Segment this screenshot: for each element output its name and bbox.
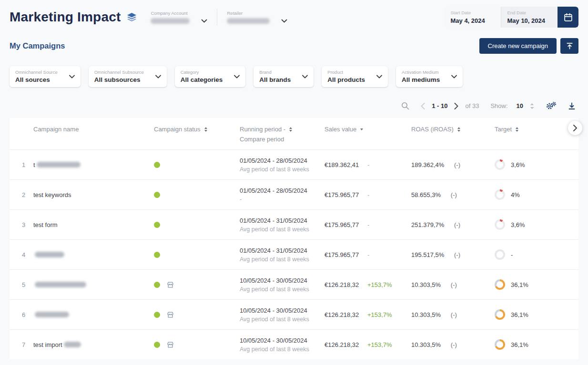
chevron-down-icon xyxy=(69,75,75,79)
row-number: 6 xyxy=(10,311,33,318)
campaign-name[interactable]: test keywords xyxy=(33,191,71,198)
table-row[interactable]: 3 test form 01/05/2024 - 31/05/2024 Avg … xyxy=(10,209,578,239)
show-stepper[interactable] xyxy=(530,103,534,109)
table-row[interactable]: 7 test import 10/05/2024 - 30/05/2024 Av… xyxy=(10,329,578,359)
chevron-down-icon xyxy=(201,19,207,23)
start-date-value: May 4, 2024 xyxy=(450,17,488,24)
compare-period: Avg period of last 8 weeks xyxy=(240,286,324,293)
table-row[interactable]: 4 01/05/2024 - 31/05/2024 Avg period of … xyxy=(10,239,578,269)
filter-omnichannel-source[interactable]: Omnichannel Source All sources xyxy=(10,66,81,87)
row-number: 7 xyxy=(10,341,33,348)
calendar-button[interactable] xyxy=(558,7,578,28)
running-period: 10/05/2024 - 30/05/2024 xyxy=(240,307,324,314)
row-number: 1 xyxy=(10,161,33,168)
target-donut xyxy=(495,189,505,200)
target-value: 4% xyxy=(511,191,520,198)
chevron-down-icon xyxy=(302,75,308,79)
campaign-name[interactable]: test import xyxy=(33,341,62,348)
settings-gears-icon[interactable] xyxy=(546,101,557,110)
retailer-value xyxy=(227,18,270,24)
iroas-value: (-) xyxy=(451,341,457,348)
row-number: 4 xyxy=(10,251,33,258)
target-value: - xyxy=(511,251,513,258)
filter-label: Activation Medium xyxy=(402,69,440,75)
compare-period: Avg period of last 8 weeks xyxy=(240,346,324,353)
table-row[interactable]: 2 test keywords 01/05/2024 - 28/05/2024 … xyxy=(10,179,578,209)
sort-icon[interactable] xyxy=(204,127,207,132)
roas-value: 10.303,5% xyxy=(411,281,441,288)
start-date-cell[interactable]: Start Date May 4, 2024 xyxy=(445,7,501,28)
roas-value: 251.379,7% xyxy=(411,221,444,228)
campaigns-table: Campaign name Campaign status Running pe… xyxy=(10,118,578,359)
download-icon[interactable] xyxy=(568,102,576,110)
iroas-value: (-) xyxy=(454,221,460,228)
compare-period: - xyxy=(240,196,324,203)
column-sales-value: Sales value xyxy=(324,126,411,133)
filter-omnichannel-subsource[interactable]: Omnichannel Subsource All subsources xyxy=(89,66,167,87)
redacted-name xyxy=(64,342,81,347)
export-button[interactable] xyxy=(560,38,578,54)
campaign-name[interactable]: test form xyxy=(33,221,58,228)
sort-icon[interactable] xyxy=(289,127,292,132)
filter-value: All sources xyxy=(15,76,58,83)
filter-category[interactable]: Category All categories xyxy=(175,66,246,87)
compare-period: Avg period of last 8 weeks xyxy=(240,256,324,263)
date-range-picker[interactable]: Start Date May 4, 2024 End Date May 10, … xyxy=(445,7,578,28)
chevron-down-icon xyxy=(376,75,382,79)
show-value: 10 xyxy=(517,102,523,109)
create-campaign-button[interactable]: Create new campaign xyxy=(479,38,557,54)
scroll-right-button[interactable] xyxy=(568,121,582,135)
page-range: 1 - 10 xyxy=(432,102,447,109)
section-row: My Campaigns Create new campaign xyxy=(0,30,588,54)
running-period: 01/05/2024 - 31/05/2024 xyxy=(240,217,324,224)
filter-bar: Omnichannel Source All sources Omnichann… xyxy=(0,54,588,87)
table-header: Campaign name Campaign status Running pe… xyxy=(10,118,578,149)
roas-value: 10.303,5% xyxy=(411,341,441,348)
running-period: 10/05/2024 - 30/05/2024 xyxy=(240,277,324,284)
status-dot xyxy=(154,342,160,348)
sales-change: +153,7% xyxy=(367,341,392,348)
show-label: Show: xyxy=(490,102,507,109)
running-period: 10/05/2024 - 30/05/2024 xyxy=(240,337,324,344)
end-date-cell[interactable]: End Date May 10, 2024 xyxy=(501,7,558,28)
filter-product[interactable]: Product All products xyxy=(322,66,388,87)
filter-activation-medium[interactable]: Activation Medium All mediums xyxy=(396,66,463,87)
filter-label: Omnichannel Subsource xyxy=(94,69,144,75)
iroas-value: (-) xyxy=(451,281,457,288)
next-page-button[interactable] xyxy=(454,103,458,109)
header-divider xyxy=(217,9,217,26)
row-number: 2 xyxy=(10,191,33,198)
redacted-name xyxy=(35,252,64,257)
table-row[interactable]: 1 t 01/05/2024 - 28/05/2024 Avg period o… xyxy=(10,149,578,179)
table-row[interactable]: 6 10/05/2024 - 30/05/2024 Avg period of … xyxy=(10,299,578,329)
target-value: 36,1% xyxy=(511,341,528,348)
calendar-icon xyxy=(564,13,573,22)
sales-change: - xyxy=(367,191,369,198)
top-bar: Marketing Impact Company Account Retaile… xyxy=(0,0,588,30)
status-dot xyxy=(154,222,160,228)
roas-value: 10.303,5% xyxy=(411,311,441,318)
status-dot xyxy=(154,192,160,198)
table-row[interactable]: 5 10/05/2024 - 30/05/2024 Avg period of … xyxy=(10,269,578,299)
retailer-select[interactable]: Retailer xyxy=(227,10,287,24)
iroas-value: (-) xyxy=(454,251,460,258)
target-donut xyxy=(495,159,505,170)
campaign-name[interactable]: t xyxy=(33,161,35,168)
store-icon xyxy=(167,311,174,318)
layers-icon[interactable] xyxy=(126,12,137,22)
prev-page-button[interactable] xyxy=(421,103,425,109)
sort-icon[interactable] xyxy=(516,127,518,132)
table-body: 1 t 01/05/2024 - 28/05/2024 Avg period o… xyxy=(10,149,578,359)
target-donut xyxy=(495,249,505,260)
sort-icon[interactable] xyxy=(457,127,460,132)
end-date-label: End Date xyxy=(507,10,545,15)
search-icon[interactable] xyxy=(401,102,409,110)
row-number: 5 xyxy=(10,281,33,288)
sales-value: €126.218,32 xyxy=(324,281,359,288)
company-account-select[interactable]: Company Account xyxy=(151,10,207,24)
iroas-value: (-) xyxy=(454,161,460,168)
sort-desc-icon[interactable] xyxy=(360,128,363,130)
page-title: Marketing Impact xyxy=(10,10,121,25)
filter-brand[interactable]: Brand All brands xyxy=(253,66,314,87)
target-value: 3,6% xyxy=(511,221,525,228)
